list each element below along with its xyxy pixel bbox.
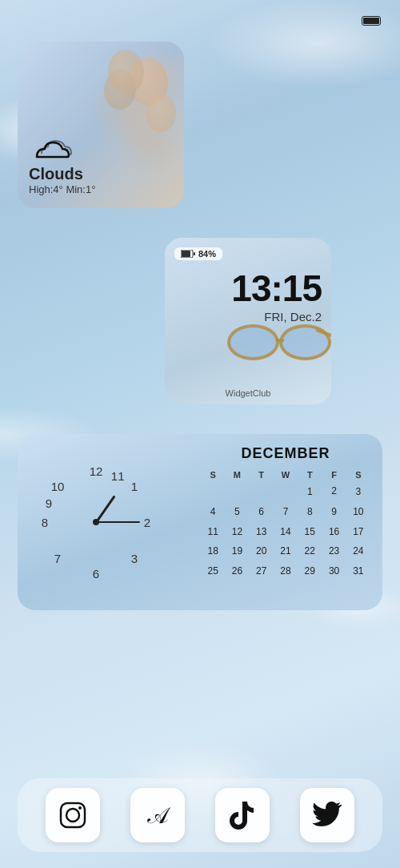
cal-day-10: 10 bbox=[347, 503, 370, 521]
clock-time: 13:15 bbox=[231, 270, 322, 307]
cal-header-w: W bbox=[274, 468, 297, 481]
cal-day-5: 5 bbox=[226, 503, 248, 521]
clock-num-12: 12 bbox=[90, 464, 103, 478]
cal-day-7: 7 bbox=[274, 503, 297, 521]
clock-num-10: 10 bbox=[51, 480, 65, 493]
dock-item-appstore[interactable]: 𝒜 bbox=[130, 788, 185, 842]
cal-day-20: 20 bbox=[250, 542, 273, 561]
svg-rect-14 bbox=[61, 803, 85, 827]
cal-header-s1: S bbox=[202, 468, 224, 481]
cal-header-m: M bbox=[226, 468, 248, 481]
cal-day-6: 6 bbox=[250, 503, 273, 521]
cal-day-1: 1 bbox=[298, 483, 321, 501]
cal-header-t2: T bbox=[298, 468, 321, 481]
cal-header-t1: T bbox=[250, 468, 273, 481]
clock-widget[interactable]: 84% 13:15 FRI, Dec.2 WidgetClub bbox=[165, 238, 331, 404]
weather-condition: Clouds bbox=[29, 165, 173, 183]
calendar-grid-container: DECEMBER S M T W T F S - - - - bbox=[202, 445, 370, 599]
cal-day-21: 21 bbox=[274, 542, 297, 561]
battery-pct: 84% bbox=[198, 249, 216, 259]
clock-num-8: 8 bbox=[42, 516, 48, 529]
row3: 12 1 2 3 6 7 8 10 11 9 bbox=[18, 434, 382, 627]
cal-day-22: 22 bbox=[298, 542, 321, 561]
cal-day-11: 11 bbox=[202, 523, 224, 541]
dock-item-twitter[interactable] bbox=[300, 788, 354, 842]
cal-day-18: 18 bbox=[202, 542, 224, 561]
calendar-month: DECEMBER bbox=[202, 445, 370, 462]
cal-day-23: 23 bbox=[322, 542, 345, 561]
cloud-icon bbox=[29, 127, 80, 165]
weather-widget[interactable]: Clouds High:4° Min:1° bbox=[18, 42, 184, 208]
clock-num-6: 6 bbox=[93, 567, 99, 581]
tiktok-icon bbox=[228, 800, 257, 830]
twitter-icon-bg[interactable] bbox=[300, 788, 354, 842]
cal-day-30: 30 bbox=[322, 562, 345, 581]
svg-point-16 bbox=[78, 806, 82, 810]
svg-rect-13 bbox=[194, 252, 195, 255]
weather-content: Clouds High:4° Min:1° bbox=[29, 127, 173, 195]
cal-day-17: 17 bbox=[347, 523, 370, 541]
clock-date: FRI, Dec.2 bbox=[231, 310, 322, 323]
cal-day-26: 26 bbox=[226, 562, 248, 581]
cal-day-28: 28 bbox=[274, 562, 297, 581]
dock-item-tiktok[interactable] bbox=[215, 788, 270, 842]
cal-day-15: 15 bbox=[298, 523, 321, 541]
battery-icon bbox=[362, 16, 384, 26]
cal-day-25: 25 bbox=[202, 562, 224, 581]
dock: 𝒜 bbox=[18, 778, 382, 852]
appstore-icon: 𝒜 bbox=[142, 800, 173, 830]
instagram-icon bbox=[58, 800, 88, 830]
cal-empty-3: - bbox=[250, 483, 273, 501]
twitter-icon bbox=[312, 802, 342, 829]
cal-day-4: 4 bbox=[202, 503, 224, 521]
cal-day-3: 3 bbox=[347, 483, 370, 501]
instagram-icon-bg[interactable] bbox=[46, 788, 100, 842]
cal-day-16: 16 bbox=[322, 523, 345, 541]
clock-num-1: 1 bbox=[131, 480, 138, 493]
cal-day-24: 24 bbox=[347, 542, 370, 561]
tiktok-icon-bg[interactable] bbox=[215, 788, 270, 842]
cal-day-29: 29 bbox=[298, 562, 321, 581]
clock-num-3: 3 bbox=[131, 551, 138, 565]
cal-header-f: F bbox=[322, 468, 345, 481]
calendar-grid: S M T W T F S - - - - 1 2 3 bbox=[202, 468, 370, 581]
calendar-widget[interactable]: 12 1 2 3 6 7 8 10 11 9 bbox=[18, 434, 382, 610]
hour-hand bbox=[95, 495, 115, 522]
cal-day-19: 19 bbox=[226, 542, 248, 561]
minute-hand bbox=[96, 521, 140, 523]
cal-empty-1: - bbox=[202, 483, 224, 501]
clock-num-9: 9 bbox=[46, 496, 52, 510]
clock-num-7: 7 bbox=[54, 551, 61, 565]
cal-empty-4: - bbox=[274, 483, 297, 501]
svg-rect-12 bbox=[182, 251, 190, 257]
clock-num-2: 2 bbox=[144, 516, 150, 529]
clock-face: 12 1 2 3 6 7 8 10 11 9 bbox=[32, 458, 160, 586]
svg-point-15 bbox=[66, 809, 79, 822]
appstore-icon-bg[interactable]: 𝒜 bbox=[130, 788, 185, 842]
cal-day-13: 13 bbox=[250, 523, 273, 541]
battery-widget: 84% bbox=[174, 247, 222, 260]
weather-temp: High:4° Min:1° bbox=[29, 183, 173, 195]
clock-widget-label: WidgetClub bbox=[165, 388, 331, 398]
cal-day-9: 9 bbox=[322, 503, 345, 521]
clock-widget-container: 84% 13:15 FRI, Dec.2 WidgetClub WidgetCl… bbox=[165, 238, 331, 421]
cal-day-14: 14 bbox=[274, 523, 297, 541]
clock-time-display: 13:15 FRI, Dec.2 bbox=[231, 270, 322, 323]
cal-day-31: 31 bbox=[347, 562, 370, 581]
clock-num-11: 11 bbox=[111, 469, 125, 483]
dock-item-instagram[interactable] bbox=[46, 788, 100, 842]
cal-day-12: 12 bbox=[226, 523, 248, 541]
cal-header-s2: S bbox=[347, 468, 370, 481]
weather-widget-container: Clouds High:4° Min:1° WidgetClub bbox=[18, 42, 184, 225]
svg-text:𝒜: 𝒜 bbox=[147, 803, 171, 828]
cal-day-27: 27 bbox=[250, 562, 273, 581]
clock-center-dot bbox=[93, 519, 99, 525]
cal-day-8: 8 bbox=[298, 503, 321, 521]
analog-clock: 12 1 2 3 6 7 8 10 11 9 bbox=[32, 434, 160, 610]
cal-empty-2: - bbox=[226, 483, 248, 501]
cal-day-2-today: 2 bbox=[322, 483, 345, 501]
